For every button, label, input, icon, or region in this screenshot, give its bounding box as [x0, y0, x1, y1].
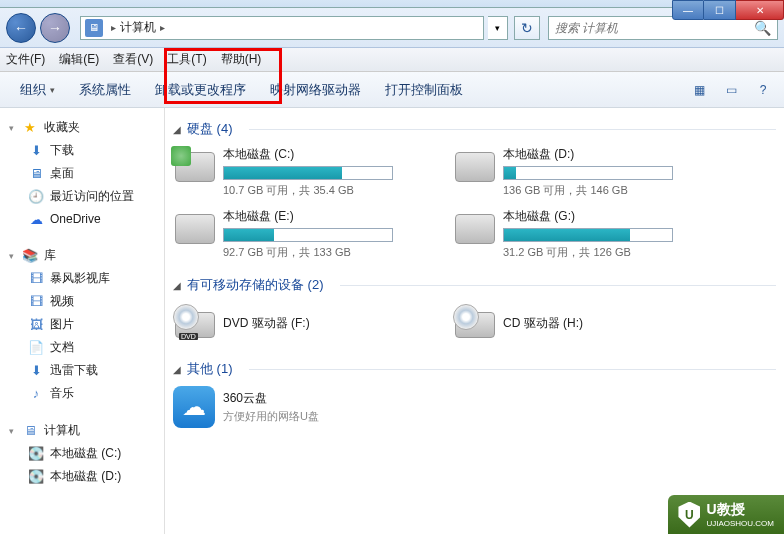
drive-icon: 💽 [28, 469, 44, 485]
uninstall-programs-button[interactable]: 卸载或更改程序 [143, 77, 258, 103]
menu-edit[interactable]: 编辑(E) [59, 51, 99, 68]
cloud-icon: ☁ [28, 211, 44, 227]
system-properties-button[interactable]: 系统属性 [67, 77, 143, 103]
titlebar [0, 0, 784, 8]
main-area: ▾ ★ 收藏夹 ⬇下载 🖥桌面 🕘最近访问的位置 ☁OneDrive ▾ 📚 库… [0, 108, 784, 534]
section-hdd[interactable]: ◢ 硬盘 (4) [165, 116, 784, 142]
drive-item[interactable]: 本地磁盘 (D:) 136 GB 可用，共 146 GB [453, 146, 713, 198]
recent-icon: 🕘 [28, 189, 44, 205]
search-input[interactable] [555, 21, 754, 35]
menu-help[interactable]: 帮助(H) [221, 51, 262, 68]
removable-item[interactable]: DVD DVD 驱动器 (F:) [173, 302, 433, 344]
sidebar-pictures[interactable]: 🖼图片 [0, 313, 164, 336]
shield-icon: U [678, 502, 700, 528]
sidebar-baofeng[interactable]: 🎞暴风影视库 [0, 267, 164, 290]
help-button[interactable]: ? [750, 79, 776, 101]
sidebar-downloads[interactable]: ⬇下载 [0, 139, 164, 162]
sidebar-desktop[interactable]: 🖥桌面 [0, 162, 164, 185]
sidebar-music[interactable]: ♪音乐 [0, 382, 164, 405]
breadcrumb-dropdown[interactable]: ▾ [488, 16, 508, 40]
drive-item[interactable]: 本地磁盘 (G:) 31.2 GB 可用，共 126 GB [453, 208, 713, 260]
sidebar-label: 收藏夹 [44, 119, 80, 136]
chevron-right-icon[interactable]: ▸ [160, 22, 165, 33]
video-icon: 🎞 [28, 294, 44, 310]
drive-usage-bar [503, 228, 673, 242]
collapse-icon[interactable]: ◢ [173, 280, 181, 291]
refresh-button[interactable]: ↻ [514, 16, 540, 40]
sidebar-xunlei[interactable]: ⬇迅雷下载 [0, 359, 164, 382]
breadcrumb-text[interactable]: 计算机 [120, 19, 156, 36]
section-removable[interactable]: ◢ 有可移动存储的设备 (2) [165, 272, 784, 298]
map-drive-button[interactable]: 映射网络驱动器 [258, 77, 373, 103]
removable-item[interactable]: CD 驱动器 (H:) [453, 302, 713, 344]
collapse-icon[interactable]: ▾ [6, 123, 16, 133]
view-mode-button[interactable]: ▦ [686, 79, 712, 101]
drive-grid: 本地磁盘 (C:) 10.7 GB 可用，共 35.4 GB 本地磁盘 (D:)… [165, 142, 784, 272]
search-icon[interactable]: 🔍 [754, 20, 771, 36]
drive-name: 本地磁盘 (G:) [503, 208, 713, 225]
optical-drive-icon [453, 302, 495, 344]
download-icon: ⬇ [28, 143, 44, 159]
menubar: 文件(F) 编辑(E) 查看(V) 工具(T) 帮助(H) [0, 48, 784, 72]
sidebar-favorites[interactable]: ▾ ★ 收藏夹 [0, 116, 164, 139]
watermark: U U教授 UJIAOSHOU.COM [668, 495, 784, 534]
drive-item[interactable]: 本地磁盘 (C:) 10.7 GB 可用，共 35.4 GB [173, 146, 433, 198]
music-icon: ♪ [28, 386, 44, 402]
drive-icon: 💽 [28, 446, 44, 462]
back-button[interactable]: ← [6, 13, 36, 43]
download-icon: ⬇ [28, 363, 44, 379]
close-button[interactable]: ✕ [736, 0, 784, 20]
other-desc: 方便好用的网络U盘 [223, 409, 319, 424]
hdd-icon [453, 208, 495, 250]
collapse-icon[interactable]: ▾ [6, 426, 16, 436]
content-pane: ◢ 硬盘 (4) 本地磁盘 (C:) 10.7 GB 可用，共 35.4 GB … [165, 108, 784, 534]
menu-view[interactable]: 查看(V) [113, 51, 153, 68]
sidebar-computer[interactable]: ▾ 🖥 计算机 [0, 419, 164, 442]
menu-tools[interactable]: 工具(T) [167, 51, 206, 68]
document-icon: 📄 [28, 340, 44, 356]
hdd-icon [453, 146, 495, 188]
sidebar-recent[interactable]: 🕘最近访问的位置 [0, 185, 164, 208]
toolbar: 组织 系统属性 卸载或更改程序 映射网络驱动器 打开控制面板 ▦ ▭ ? [0, 72, 784, 108]
forward-button[interactable]: → [40, 13, 70, 43]
breadcrumb[interactable]: 🖥 ▸ 计算机 ▸ [80, 16, 484, 40]
video-icon: 🎞 [28, 271, 44, 287]
control-panel-button[interactable]: 打开控制面板 [373, 77, 475, 103]
drive-stats: 31.2 GB 可用，共 126 GB [503, 245, 713, 260]
drive-name: 本地磁盘 (E:) [223, 208, 433, 225]
sidebar-drive-c[interactable]: 💽本地磁盘 (C:) [0, 442, 164, 465]
star-icon: ★ [22, 120, 38, 136]
drive-usage-bar [223, 166, 393, 180]
cloud-drive-icon: ☁ [173, 386, 215, 428]
maximize-button[interactable]: ☐ [704, 0, 736, 20]
collapse-icon[interactable]: ◢ [173, 124, 181, 135]
collapse-icon[interactable]: ▾ [6, 251, 16, 261]
organize-button[interactable]: 组织 [8, 77, 67, 103]
hdd-icon [173, 146, 215, 188]
removable-grid: DVD DVD 驱动器 (F:) CD 驱动器 (H:) [165, 298, 784, 356]
sidebar: ▾ ★ 收藏夹 ⬇下载 🖥桌面 🕘最近访问的位置 ☁OneDrive ▾ 📚 库… [0, 108, 165, 534]
sidebar-onedrive[interactable]: ☁OneDrive [0, 208, 164, 230]
sidebar-videos[interactable]: 🎞视频 [0, 290, 164, 313]
drive-item[interactable]: 本地磁盘 (E:) 92.7 GB 可用，共 133 GB [173, 208, 433, 260]
drive-stats: 92.7 GB 可用，共 133 GB [223, 245, 433, 260]
library-icon: 📚 [22, 248, 38, 264]
collapse-icon[interactable]: ◢ [173, 364, 181, 375]
hdd-icon [173, 208, 215, 250]
other-item-360[interactable]: ☁ 360云盘 方便好用的网络U盘 [173, 386, 433, 428]
section-other[interactable]: ◢ 其他 (1) [165, 356, 784, 382]
menu-file[interactable]: 文件(F) [6, 51, 45, 68]
sidebar-drive-d[interactable]: 💽本地磁盘 (D:) [0, 465, 164, 488]
drive-usage-bar [223, 228, 393, 242]
computer-icon: 🖥 [85, 19, 103, 37]
other-grid: ☁ 360云盘 方便好用的网络U盘 [165, 382, 784, 440]
drive-name: CD 驱动器 (H:) [503, 315, 713, 332]
minimize-button[interactable]: — [672, 0, 704, 20]
picture-icon: 🖼 [28, 317, 44, 333]
sidebar-documents[interactable]: 📄文档 [0, 336, 164, 359]
chevron-right-icon[interactable]: ▸ [111, 22, 116, 33]
preview-pane-button[interactable]: ▭ [718, 79, 744, 101]
sidebar-libraries[interactable]: ▾ 📚 库 [0, 244, 164, 267]
other-name: 360云盘 [223, 390, 319, 407]
desktop-icon: 🖥 [28, 166, 44, 182]
